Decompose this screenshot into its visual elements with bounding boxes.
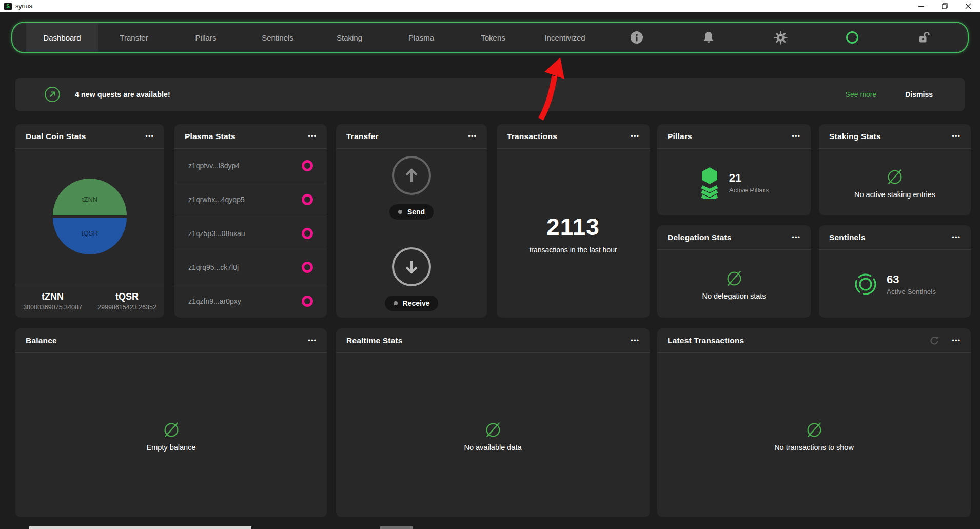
plasma-row[interactable]: z1qz5p3...08nxau: [174, 217, 327, 250]
empty-state-text: No available data: [464, 443, 521, 452]
bottom-scrollbar-track[interactable]: [29, 526, 251, 529]
restore-icon: [942, 3, 948, 9]
gear-icon: [774, 31, 788, 45]
more-menu-icon[interactable]: •••: [145, 133, 154, 140]
pie-label-tznn: tZNN: [82, 195, 97, 203]
delegation-stats-card: Delegation Stats ••• No delegation stats: [657, 225, 811, 318]
legend-value: 29998615423.26352: [97, 304, 156, 311]
plasma-row[interactable]: z1qrq95...ck7l0j: [174, 250, 327, 284]
card-title: Dual Coin Stats: [26, 132, 86, 141]
legend-value: 30000369075.34087: [23, 304, 82, 311]
empty-state-text: Empty balance: [147, 443, 196, 452]
notifications-button[interactable]: [673, 23, 744, 52]
send-circle-button[interactable]: [392, 156, 431, 195]
tab-plasma[interactable]: Plasma: [385, 23, 457, 52]
more-menu-icon[interactable]: •••: [952, 234, 961, 241]
receive-button[interactable]: Receive: [385, 296, 439, 311]
window-controls: [909, 0, 980, 12]
lock-button[interactable]: [888, 23, 960, 52]
more-menu-icon[interactable]: •••: [468, 133, 477, 140]
dismiss-button[interactable]: Dismiss: [905, 90, 933, 99]
plasma-level-ring-icon[interactable]: [302, 160, 313, 171]
address-label: z1qrq95...ck7l0j: [188, 263, 239, 271]
plasma-level-ring-icon[interactable]: [302, 262, 313, 273]
plasma-row[interactable]: z1qpfvv...l8dyp4: [174, 149, 327, 183]
transactions-count: 2113: [546, 213, 600, 241]
sentinels-caption: Active Sentinels: [887, 288, 936, 296]
card-title: Sentinels: [829, 233, 866, 242]
app-logo-icon: S: [4, 3, 12, 10]
card-title: Staking Stats: [829, 132, 881, 141]
plasma-stats-card: Plasma Stats ••• z1qpfvv...l8dyp4 z1qrwh…: [174, 124, 327, 318]
tab-incentivized[interactable]: Incentivized: [529, 23, 601, 52]
card-title: Transfer: [346, 132, 379, 141]
more-menu-icon[interactable]: •••: [952, 337, 961, 344]
plasma-row[interactable]: z1qzfn9...ar0pxy: [174, 284, 327, 318]
more-menu-icon[interactable]: •••: [308, 337, 317, 344]
see-more-button[interactable]: See more: [846, 90, 877, 99]
tab-transfer[interactable]: Transfer: [98, 23, 170, 52]
quest-arrow-icon: [44, 86, 61, 103]
main-navbar: Dashboard Transfer Pillars Sentinels Sta…: [11, 22, 969, 53]
dual-coin-stats-card: Dual Coin Stats ••• tZNN tQSR tZNN 30000…: [15, 124, 164, 318]
plasma-level-ring-icon[interactable]: [302, 194, 313, 205]
quest-banner-message: 4 new quests are available!: [75, 90, 170, 99]
address-label: z1qrwhx...4qyqp5: [188, 195, 245, 204]
pillars-caption: Active Pillars: [729, 186, 769, 194]
sentinels-card: Sentinels ••• 63 Active Sentinels: [819, 225, 971, 318]
arrow-up-icon: [403, 167, 420, 184]
quest-banner: 4 new quests are available! See more Dis…: [15, 78, 965, 111]
receive-circle-button[interactable]: [392, 247, 431, 286]
plasma-row[interactable]: z1qrwhx...4qyqp5: [174, 183, 327, 217]
tab-staking[interactable]: Staking: [313, 23, 385, 52]
titlebar: S syrius: [0, 0, 980, 12]
sync-status-icon: [846, 31, 859, 44]
minimize-button[interactable]: [909, 0, 933, 12]
send-dot-icon: [398, 210, 402, 214]
legend-symbol: tZNN: [42, 291, 64, 302]
card-title: Realtime Stats: [346, 336, 403, 345]
empty-icon: [724, 268, 744, 288]
settings-button[interactable]: [744, 23, 816, 52]
receive-dot-icon: [394, 301, 398, 305]
tab-pillars[interactable]: Pillars: [170, 23, 242, 52]
card-title: Pillars: [668, 132, 692, 141]
send-button[interactable]: Send: [389, 204, 434, 220]
card-title: Delegation Stats: [668, 233, 732, 242]
more-menu-icon[interactable]: •••: [631, 133, 639, 140]
more-menu-icon[interactable]: •••: [952, 133, 961, 140]
arrow-down-icon: [403, 258, 420, 276]
sentinels-count: 63: [887, 273, 936, 286]
card-title: Latest Transactions: [668, 336, 744, 345]
more-menu-icon[interactable]: •••: [792, 133, 800, 140]
empty-state-text: No active staking entries: [854, 190, 935, 199]
tab-dashboard[interactable]: Dashboard: [26, 23, 98, 52]
maximize-button[interactable]: [933, 0, 956, 12]
more-menu-icon[interactable]: •••: [792, 234, 800, 241]
app-title: syrius: [15, 3, 32, 10]
refresh-icon[interactable]: [929, 336, 939, 346]
legend-symbol: tQSR: [115, 291, 139, 302]
tab-tokens[interactable]: Tokens: [457, 23, 529, 52]
sync-status-button[interactable]: [816, 23, 888, 52]
bottom-scrollbar-thumb[interactable]: [380, 526, 413, 529]
card-title: Transactions: [507, 132, 557, 141]
address-label: z1qpfvv...l8dyp4: [188, 162, 240, 170]
bell-icon: [702, 31, 715, 44]
address-label: z1qz5p3...08nxau: [188, 229, 245, 238]
plasma-level-ring-icon[interactable]: [302, 228, 313, 239]
dual-coin-pie-chart: tZNN tQSR: [15, 149, 164, 284]
empty-icon: [805, 420, 824, 439]
send-label: Send: [407, 208, 425, 216]
transactions-card: Transactions ••• 2113 transactions in th…: [497, 124, 650, 318]
tab-sentinels[interactable]: Sentinels: [242, 23, 313, 52]
info-button[interactable]: [601, 23, 673, 52]
plasma-level-ring-icon[interactable]: [302, 296, 313, 307]
more-menu-icon[interactable]: •••: [308, 133, 317, 140]
more-menu-icon[interactable]: •••: [631, 337, 639, 344]
pillars-card: Pillars ••• 21 Active Pillars: [657, 124, 811, 215]
pillars-count: 21: [729, 171, 769, 185]
transfer-card: Transfer ••• Send Receive: [336, 124, 487, 318]
sentinel-icon: [854, 272, 877, 296]
close-button[interactable]: [956, 0, 980, 12]
